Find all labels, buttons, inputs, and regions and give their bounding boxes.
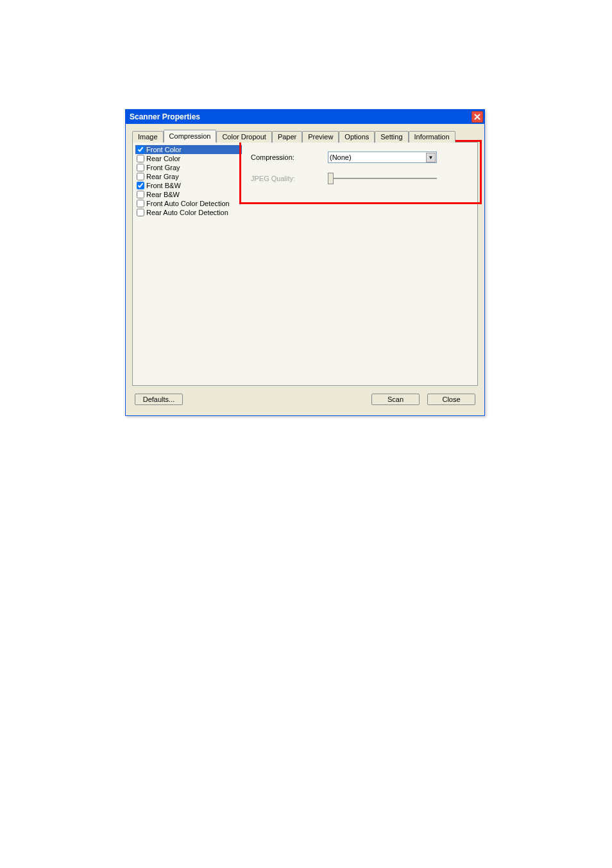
- tab-preview[interactable]: Preview: [302, 131, 339, 143]
- check-front-color[interactable]: Front Color: [135, 145, 242, 154]
- label-rear-color: Rear Color: [146, 154, 180, 163]
- tabstrip: Image Compression Color Dropout Paper Pr…: [132, 129, 478, 142]
- titlebar[interactable]: Scanner Properties: [126, 110, 484, 124]
- label-front-gray: Front Gray: [146, 163, 180, 172]
- tab-color-dropout[interactable]: Color Dropout: [216, 131, 271, 143]
- label-rear-bw: Rear B&W: [146, 190, 180, 199]
- label-rear-auto: Rear Auto Color Detection: [146, 208, 228, 217]
- tab-image[interactable]: Image: [132, 131, 164, 143]
- tab-paper[interactable]: Paper: [272, 131, 302, 143]
- check-rear-bw[interactable]: Rear B&W: [135, 190, 242, 199]
- close-button[interactable]: Close: [427, 394, 475, 405]
- window-title: Scanner Properties: [130, 112, 200, 121]
- check-front-gray[interactable]: Front Gray: [135, 163, 242, 172]
- jpeg-quality-slider[interactable]: [328, 172, 437, 185]
- scan-side-list: Front Color Rear Color Front Gray Rear G…: [133, 143, 242, 258]
- label-front-bw: Front B&W: [146, 181, 181, 190]
- label-rear-gray: Rear Gray: [146, 172, 179, 181]
- check-rear-gray[interactable]: Rear Gray: [135, 172, 242, 181]
- tab-options[interactable]: Options: [339, 131, 375, 143]
- tab-compression[interactable]: Compression: [164, 130, 217, 143]
- tab-setting[interactable]: Setting: [375, 131, 408, 143]
- tab-panel: Front Color Rear Color Front Gray Rear G…: [132, 142, 478, 386]
- scan-button[interactable]: Scan: [371, 394, 420, 405]
- check-front-auto[interactable]: Front Auto Color Detection: [135, 199, 242, 208]
- check-rear-auto[interactable]: Rear Auto Color Detection: [135, 208, 242, 217]
- scanner-properties-window: Scanner Properties Image Compression Col…: [125, 109, 485, 416]
- slider-line: [328, 178, 437, 179]
- check-rear-color[interactable]: Rear Color: [135, 154, 242, 163]
- client-area: Image Compression Color Dropout Paper Pr…: [126, 124, 484, 415]
- tab-information[interactable]: Information: [409, 131, 455, 143]
- label-front-auto: Front Auto Color Detection: [146, 199, 230, 208]
- button-row: Defaults... Scan Close: [132, 386, 478, 409]
- check-front-bw[interactable]: Front B&W: [135, 181, 242, 190]
- defaults-button[interactable]: Defaults...: [135, 394, 183, 405]
- close-icon[interactable]: [472, 111, 483, 123]
- slider-thumb[interactable]: [328, 173, 334, 184]
- label-front-color: Front Color: [146, 145, 182, 154]
- content-right: Compression: (None) ▼ JPEG Quality:: [242, 143, 477, 258]
